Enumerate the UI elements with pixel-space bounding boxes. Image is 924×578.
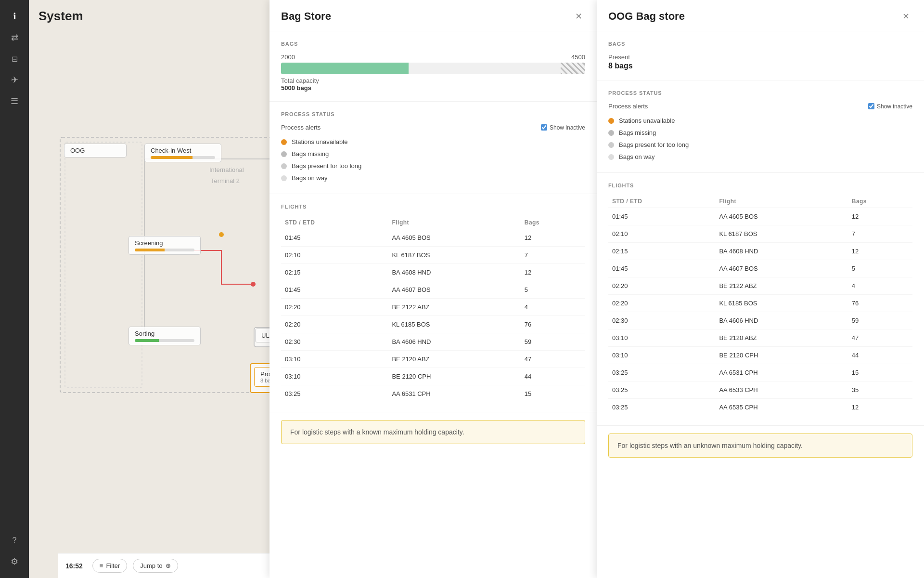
table-row[interactable]: 02:15 BA 4608 HND 12 bbox=[281, 264, 585, 281]
cell-std: 03:10 bbox=[608, 347, 715, 364]
oog-process-section: PROCESS STATUS Process alerts Show inact… bbox=[597, 80, 924, 173]
sidebar-icon-filter[interactable]: ⊟ bbox=[6, 50, 23, 67]
table-row[interactable]: 03:25 AA 6535 CPH 12 bbox=[608, 399, 912, 416]
show-inactive-label[interactable]: Show inactive bbox=[541, 124, 585, 131]
bar-label-2000: 2000 bbox=[281, 53, 295, 61]
cell-flight: KL 6185 BOS bbox=[715, 295, 847, 312]
cell-std: 03:10 bbox=[281, 351, 388, 368]
node-bar-sorting bbox=[135, 339, 194, 342]
svg-point-8 bbox=[251, 282, 256, 287]
table-row[interactable]: 03:25 AA 6531 CPH 15 bbox=[281, 385, 585, 403]
process-alerts-header: Process alerts Show inactive bbox=[281, 124, 585, 131]
bag-store-bags-section: BAGS 2000 4500 Total capacity 5000 bags bbox=[270, 31, 597, 102]
capacity-bar-fill bbox=[281, 63, 409, 74]
oog-col-flight: Flight bbox=[715, 195, 847, 208]
table-row[interactable]: 03:10 BE 2120 CPH 44 bbox=[608, 347, 912, 364]
cell-flight: BA 4606 HND bbox=[388, 333, 520, 351]
capacity-bar bbox=[281, 63, 585, 74]
table-row[interactable]: 02:10 KL 6187 BOS 7 bbox=[608, 225, 912, 243]
sidebar-icon-settings[interactable]: ⚙ bbox=[6, 553, 23, 570]
bag-store-panel-title: Bag Store bbox=[281, 10, 331, 23]
bag-store-panel-header: Bag Store ✕ bbox=[270, 0, 597, 31]
oog-close-button[interactable]: ✕ bbox=[899, 10, 912, 23]
time-display: 16:52 bbox=[65, 562, 83, 570]
table-row[interactable]: 03:10 BE 2120 ABZ 47 bbox=[608, 329, 912, 347]
oog-alert-bags-present-too-long: Bags present for too long bbox=[608, 139, 912, 151]
bag-store-panel: Bag Store ✕ BAGS 2000 4500 Total capacit… bbox=[270, 0, 597, 578]
jump-button[interactable]: Jump to ⊕ bbox=[133, 559, 178, 573]
filter-button[interactable]: ≡ Filter bbox=[92, 559, 127, 573]
sidebar-icon-shuffle[interactable]: ⇄ bbox=[6, 29, 23, 46]
table-row[interactable]: 03:10 BE 2120 ABZ 47 bbox=[281, 351, 585, 368]
table-row[interactable]: 01:45 AA 4607 BOS 5 bbox=[608, 260, 912, 277]
show-inactive-checkbox[interactable] bbox=[541, 124, 547, 131]
oog-col-bags: Bags bbox=[848, 195, 912, 208]
sidebar-icon-info[interactable]: ℹ bbox=[6, 8, 23, 25]
filter-label: Filter bbox=[106, 562, 120, 569]
cell-flight: AA 4607 BOS bbox=[715, 260, 847, 277]
cell-std: 03:25 bbox=[608, 364, 715, 381]
cell-bags: 35 bbox=[848, 381, 912, 399]
map-node-screening[interactable]: Screening bbox=[128, 236, 201, 255]
cell-flight: AA 6533 CPH bbox=[715, 381, 847, 399]
cell-std: 02:10 bbox=[608, 225, 715, 243]
oog-info-box-text: For logistic steps with an unknown maxim… bbox=[617, 442, 803, 449]
cell-std: 02:30 bbox=[281, 333, 388, 351]
cell-bags: 5 bbox=[521, 281, 585, 299]
table-row[interactable]: 02:30 BA 4606 HND 59 bbox=[281, 333, 585, 351]
cell-std: 03:25 bbox=[608, 381, 715, 399]
cell-std: 02:15 bbox=[608, 243, 715, 260]
sidebar-icon-plane[interactable]: ✈ bbox=[6, 71, 23, 89]
total-capacity-value: 5000 bags bbox=[281, 84, 311, 92]
table-row[interactable]: 01:45 AA 4607 BOS 5 bbox=[281, 281, 585, 299]
oog-show-inactive-label[interactable]: Show inactive bbox=[868, 103, 912, 110]
table-row[interactable]: 02:30 BA 4606 HND 59 bbox=[608, 312, 912, 329]
oog-flights-table: STD / ETD Flight Bags 01:45 AA 4605 BOS … bbox=[608, 195, 912, 416]
bag-store-close-button[interactable]: ✕ bbox=[572, 10, 585, 23]
node-bar-screening bbox=[135, 249, 194, 251]
oog-process-alerts-header: Process alerts Show inactive bbox=[608, 103, 912, 110]
node-label-sorting: Sorting bbox=[135, 330, 154, 337]
flights-table-body: 01:45 AA 4605 BOS 12 02:10 KL 6187 BOS 7… bbox=[281, 229, 585, 403]
oog-show-inactive-text: Show inactive bbox=[877, 103, 912, 110]
table-row[interactable]: 02:20 BE 2122 ABZ 4 bbox=[608, 277, 912, 295]
oog-alert-dot-gray3 bbox=[608, 154, 614, 160]
table-row[interactable]: 02:20 KL 6185 BOS 76 bbox=[608, 295, 912, 312]
cell-bags: 12 bbox=[521, 264, 585, 281]
oog-alert-dot-gray1 bbox=[608, 130, 614, 136]
cell-std: 03:10 bbox=[608, 329, 715, 347]
cell-bags: 76 bbox=[848, 295, 912, 312]
location-icon: ⊕ bbox=[166, 562, 171, 569]
cell-flight: BE 2122 ABZ bbox=[388, 299, 520, 316]
cell-flight: BA 4606 HND bbox=[715, 312, 847, 329]
cell-bags: 59 bbox=[848, 312, 912, 329]
cell-std: 02:30 bbox=[608, 312, 715, 329]
table-row[interactable]: 02:20 BE 2122 ABZ 4 bbox=[281, 299, 585, 316]
flights-section-label: FLIGHTS bbox=[281, 204, 585, 210]
page-title: System bbox=[38, 9, 83, 24]
cell-std: 02:20 bbox=[608, 277, 715, 295]
table-row[interactable]: 02:20 KL 6185 BOS 76 bbox=[281, 316, 585, 333]
cell-bags: 7 bbox=[848, 225, 912, 243]
bags-section-label: BAGS bbox=[281, 41, 585, 47]
col-std: STD / ETD bbox=[281, 216, 388, 229]
cell-std: 02:15 bbox=[281, 264, 388, 281]
sidebar-icon-help[interactable]: ? bbox=[6, 532, 23, 549]
filter-icon: ≡ bbox=[100, 562, 103, 569]
map-node-oog[interactable]: OOG bbox=[64, 144, 127, 158]
cell-bags: 4 bbox=[521, 299, 585, 316]
table-row[interactable]: 02:10 KL 6187 BOS 7 bbox=[281, 247, 585, 264]
table-row[interactable]: 01:45 AA 4605 BOS 12 bbox=[281, 229, 585, 247]
oog-panel: OOG Bag store ✕ BAGS Present 8 bags PROC… bbox=[597, 0, 924, 578]
sidebar-icon-list[interactable]: ☰ bbox=[6, 92, 23, 110]
table-row[interactable]: 01:45 AA 4605 BOS 12 bbox=[608, 208, 912, 225]
cell-bags: 76 bbox=[521, 316, 585, 333]
cell-flight: BE 2120 ABZ bbox=[388, 351, 520, 368]
oog-show-inactive-checkbox[interactable] bbox=[868, 103, 874, 109]
map-node-sorting[interactable]: Sorting bbox=[128, 327, 201, 345]
map-node-checkin-west[interactable]: Check-in West bbox=[144, 144, 221, 162]
table-row[interactable]: 02:15 BA 4608 HND 12 bbox=[608, 243, 912, 260]
table-row[interactable]: 03:10 BE 2120 CPH 44 bbox=[281, 368, 585, 385]
table-row[interactable]: 03:25 AA 6531 CPH 15 bbox=[608, 364, 912, 381]
table-row[interactable]: 03:25 AA 6533 CPH 35 bbox=[608, 381, 912, 399]
